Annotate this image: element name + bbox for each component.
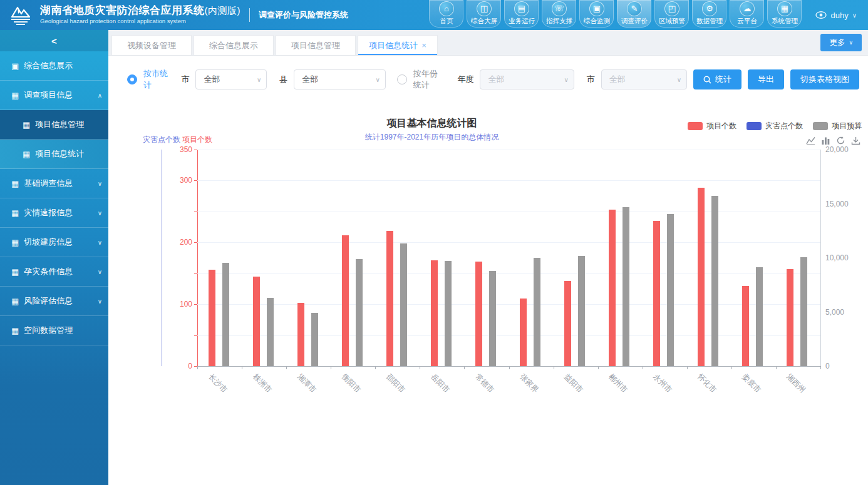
statistics-button[interactable]: 统计 bbox=[693, 69, 741, 89]
nav-item-cloud-platform[interactable]: ☁云平台 bbox=[730, 0, 764, 28]
refresh-icon[interactable] bbox=[836, 136, 845, 145]
bar-project-budget-4 bbox=[400, 243, 407, 366]
grid-icon: ▦ bbox=[23, 150, 30, 159]
more-button[interactable]: 更多 ∨ bbox=[820, 34, 862, 51]
chevron-down-icon: ∨ bbox=[98, 180, 102, 187]
nav-item-home[interactable]: ⌂首页 bbox=[429, 0, 463, 28]
sidebar-item-project-info-management[interactable]: ▦项目信息管理 bbox=[0, 110, 108, 140]
tab-project-info-statistics[interactable]: 项目信息统计× bbox=[358, 35, 438, 55]
bar-project-count-9 bbox=[609, 210, 616, 366]
sidebar-item-hazard-condition-info[interactable]: ▦孕灾条件信息∨ bbox=[0, 257, 108, 287]
nav-item-label: 区域预警 bbox=[654, 17, 689, 26]
x-axis-tick bbox=[242, 366, 242, 369]
bar-project-budget-11 bbox=[711, 196, 718, 366]
grid-icon: ▦ bbox=[11, 238, 19, 247]
export-button[interactable]: 导出 bbox=[748, 69, 784, 89]
bar-project-budget-3 bbox=[356, 259, 363, 366]
sidebar-item-basic-survey-info[interactable]: ▦基础调查信息∨ bbox=[0, 169, 108, 198]
legend-item-project-budget[interactable]: 项目预算 bbox=[813, 121, 862, 131]
legend-swatch bbox=[688, 122, 703, 130]
county-select[interactable]: 全部∨ bbox=[294, 69, 386, 89]
nav-item-business-operation[interactable]: ▤业务运行 bbox=[504, 0, 539, 28]
system-icon: ▦ bbox=[777, 1, 792, 16]
year-label: 年度 bbox=[457, 74, 473, 85]
x-axis-label: 永州市 bbox=[651, 372, 674, 395]
nav-item-regional-warning[interactable]: ◰区域预警 bbox=[654, 0, 689, 28]
sidebar-item-risk-assessment-info[interactable]: ▦风险评估信息∨ bbox=[0, 287, 108, 316]
nav-item-label: 指挥支撑 bbox=[542, 17, 576, 26]
gridline bbox=[197, 304, 820, 305]
radio-by-year-label[interactable]: 按年份统计 bbox=[413, 68, 445, 91]
table-view-button[interactable]: 切换表格视图 bbox=[790, 69, 859, 89]
filter-actions: 统计 导出 切换表格视图 bbox=[693, 69, 859, 89]
tab-label: 项目信息管理 bbox=[291, 40, 340, 51]
left-axis-tick bbox=[194, 242, 197, 243]
user-menu[interactable]: duhy ∨ bbox=[815, 11, 857, 20]
bar-project-count-11 bbox=[698, 188, 705, 366]
top-navigation: ⌂首页◫综合大屏▤业务运行☏指挥支撑▣综合监测✎调查评价◰区域预警⚙数据管理☁云… bbox=[429, 0, 802, 30]
chart: 项目基本信息统计图 统计1997年-2021年历年项目的总体情况 项目个数灾害点… bbox=[108, 117, 868, 411]
radio-by-year[interactable] bbox=[397, 74, 407, 84]
nav-item-label: 系统管理 bbox=[767, 17, 802, 26]
city-label: 市 bbox=[181, 74, 189, 85]
legend-item-project-count[interactable]: 项目个数 bbox=[688, 121, 736, 131]
x-axis-tick bbox=[731, 366, 732, 369]
tab-project-info-management[interactable]: 项目信息管理 bbox=[276, 35, 356, 55]
collapse-arrow-icon: < bbox=[51, 36, 57, 46]
tab-label: 视频设备管理 bbox=[127, 40, 176, 51]
line-chart-icon[interactable] bbox=[806, 136, 815, 145]
sidebar-item-overview-display[interactable]: ▣综合信息展示 bbox=[0, 51, 108, 81]
nav-item-survey-evaluation[interactable]: ✎调查评价 bbox=[617, 0, 651, 28]
gridline bbox=[197, 180, 820, 181]
sidebar-item-survey-project-info[interactable]: ▦调查项目信息∧ bbox=[0, 81, 108, 110]
x-axis-label: 怀化市 bbox=[695, 372, 718, 395]
x-axis-label: 湘西州 bbox=[784, 372, 807, 395]
bar-chart-icon[interactable] bbox=[821, 136, 830, 145]
tab-video-device-management[interactable]: 视频设备管理 bbox=[111, 35, 192, 55]
grid-icon: ▦ bbox=[11, 267, 19, 277]
tab-bar: 视频设备管理综合信息展示项目信息管理项目信息统计× 更多 ∨ bbox=[108, 30, 868, 56]
download-icon[interactable] bbox=[851, 136, 860, 145]
bar-project-count-7 bbox=[520, 299, 527, 366]
left-axis-tick bbox=[194, 335, 197, 336]
sidebar-item-project-info-statistics[interactable]: ▦项目信息统计 bbox=[0, 140, 108, 169]
sidebar-item-label: 项目信息管理 bbox=[35, 119, 102, 130]
sidebar-item-label: 综合信息展示 bbox=[24, 60, 102, 71]
chevron-down-icon: ∨ bbox=[677, 76, 681, 83]
sidebar-collapse-button[interactable]: < bbox=[0, 30, 108, 51]
nav-item-command-support[interactable]: ☏指挥支撑 bbox=[542, 0, 576, 28]
right-axis-tick-label: 10,000 bbox=[825, 253, 849, 262]
radio-by-city-label[interactable]: 按市统计 bbox=[143, 68, 168, 91]
page-body: 按市统计 市 全部∨ 县 全部∨ 按年份统计 年度 全部∨ 市 全部∨ bbox=[108, 56, 868, 485]
legend-label: 灾害点个数 bbox=[765, 121, 803, 131]
sidebar-item-slope-housing-info[interactable]: ▦切坡建房信息∨ bbox=[0, 228, 108, 257]
radio-by-city[interactable] bbox=[127, 74, 137, 84]
gridline bbox=[197, 273, 820, 274]
sidebar-item-disaster-report-info[interactable]: ▦灾情速报信息∨ bbox=[0, 198, 108, 228]
bar-project-budget-2 bbox=[311, 313, 318, 366]
operations-icon: ▤ bbox=[514, 1, 529, 16]
sidebar-item-spatial-data-management[interactable]: ▦空间数据管理 bbox=[0, 316, 108, 345]
screen-icon: ◫ bbox=[477, 1, 492, 16]
tab-overview-display[interactable]: 综合信息展示 bbox=[194, 35, 274, 55]
x-axis-label: 益阳市 bbox=[562, 372, 585, 395]
grid-icon: ▦ bbox=[11, 179, 19, 188]
legend-item-hazard-point-count[interactable]: 灾害点个数 bbox=[747, 121, 803, 131]
gridline bbox=[197, 335, 820, 336]
nav-item-comprehensive-monitoring[interactable]: ▣综合监测 bbox=[579, 0, 614, 28]
nav-item-big-screen[interactable]: ◫综合大屏 bbox=[467, 0, 501, 28]
bar-project-count-12 bbox=[742, 286, 749, 366]
bar-project-budget-6 bbox=[489, 271, 496, 366]
grid-icon: ▦ bbox=[23, 120, 30, 130]
x-axis-label: 邵阳市 bbox=[384, 372, 407, 395]
secondary-left-axis-line bbox=[162, 150, 162, 366]
nav-item-data-management[interactable]: ⚙数据管理 bbox=[692, 0, 726, 28]
city-select[interactable]: 全部∨ bbox=[195, 69, 267, 89]
grid-icon: ▣ bbox=[11, 61, 19, 71]
chevron-down-icon: ∨ bbox=[98, 239, 102, 246]
right-axis-tick-label: 5,000 bbox=[825, 308, 844, 317]
left-axis-tick-label: 300 bbox=[168, 176, 192, 185]
nav-item-system-management[interactable]: ▦系统管理 bbox=[767, 0, 802, 28]
close-icon[interactable]: × bbox=[421, 41, 426, 49]
chart-toolbox bbox=[806, 136, 860, 145]
